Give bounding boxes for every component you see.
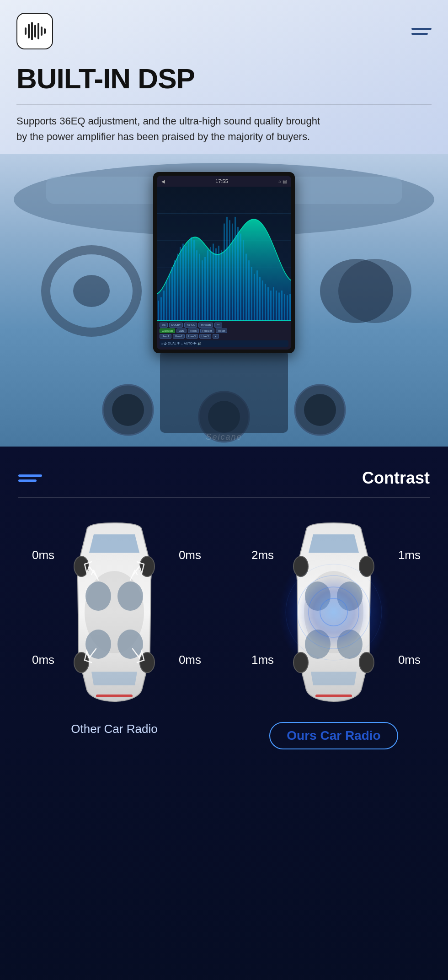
eq-classical: Classical bbox=[160, 328, 175, 333]
svg-rect-66 bbox=[273, 287, 274, 321]
svg-rect-3 bbox=[34, 25, 36, 38]
svg-rect-46 bbox=[218, 246, 219, 321]
svg-point-88 bbox=[337, 630, 363, 659]
svg-point-90 bbox=[359, 556, 374, 576]
eq-dolby: DOLBY bbox=[169, 323, 183, 328]
svg-rect-53 bbox=[237, 227, 239, 321]
other-car-label: Other Car Radio bbox=[71, 722, 157, 736]
hamburger-line-1 bbox=[411, 28, 432, 30]
menu-button[interactable] bbox=[411, 28, 432, 35]
car-background: ◀ 17:55 ⌂ ▤ bbox=[0, 154, 448, 447]
svg-rect-25 bbox=[160, 297, 162, 321]
contrast-header: Contrast bbox=[0, 447, 448, 497]
svg-rect-37 bbox=[193, 241, 195, 321]
svg-rect-44 bbox=[213, 244, 214, 321]
eq-plus: + bbox=[213, 334, 219, 339]
svg-point-81 bbox=[140, 652, 155, 673]
screen-time: 17:55 bbox=[215, 178, 228, 184]
svg-rect-1 bbox=[28, 24, 30, 38]
screen-topbar: ◀ 17:55 ⌂ ▤ bbox=[157, 176, 291, 187]
svg-point-87 bbox=[305, 630, 331, 659]
svg-rect-31 bbox=[177, 254, 178, 321]
eq-user1: User1 bbox=[160, 334, 171, 339]
svg-rect-26 bbox=[163, 291, 165, 321]
eq-jazz: Jazz bbox=[176, 328, 187, 333]
svg-rect-19 bbox=[160, 350, 288, 433]
svg-rect-68 bbox=[278, 293, 280, 321]
svg-point-91 bbox=[293, 652, 308, 673]
svg-point-12 bbox=[338, 259, 411, 323]
svg-rect-50 bbox=[229, 221, 230, 321]
svg-rect-6 bbox=[44, 28, 46, 34]
header bbox=[0, 0, 448, 59]
svg-rect-33 bbox=[182, 244, 184, 321]
svg-point-92 bbox=[359, 652, 374, 673]
other-car-compare: 0ms 0ms 0ms 0ms bbox=[37, 521, 192, 736]
svg-rect-36 bbox=[191, 237, 192, 321]
svg-point-18 bbox=[304, 394, 336, 426]
eq-through: Through bbox=[198, 323, 213, 328]
ours-car-top-view: 2ms 1ms 1ms 0ms bbox=[270, 521, 398, 704]
svg-rect-52 bbox=[235, 217, 236, 321]
ours-ms-top-left: 2ms bbox=[251, 548, 274, 562]
eq-wave-svg bbox=[157, 187, 291, 321]
other-ms-top-left: 0ms bbox=[32, 548, 54, 562]
svg-rect-27 bbox=[166, 280, 167, 321]
svg-rect-41 bbox=[204, 257, 206, 321]
svg-rect-43 bbox=[210, 247, 211, 321]
svg-point-75 bbox=[117, 582, 143, 611]
contrast-divider bbox=[18, 497, 430, 498]
svg-rect-60 bbox=[256, 271, 258, 321]
screen-inner: ◀ 17:55 ⌂ ▤ bbox=[157, 176, 291, 350]
svg-point-86 bbox=[337, 582, 363, 611]
svg-rect-63 bbox=[265, 284, 266, 321]
svg-point-76 bbox=[85, 630, 111, 659]
svg-point-89 bbox=[293, 556, 308, 576]
other-car-svg bbox=[50, 521, 178, 704]
svg-rect-29 bbox=[171, 267, 173, 321]
svg-rect-35 bbox=[188, 242, 189, 321]
ours-car-radio-button[interactable]: Ours Car Radio bbox=[269, 722, 398, 749]
svg-rect-5 bbox=[41, 27, 43, 36]
svg-rect-30 bbox=[174, 261, 176, 321]
svg-rect-39 bbox=[199, 254, 200, 321]
svg-rect-49 bbox=[226, 217, 228, 321]
eq-dts: dts bbox=[160, 323, 168, 328]
title-area: BUILT-IN DSP bbox=[0, 59, 448, 98]
other-car-top-view: 0ms 0ms 0ms 0ms bbox=[50, 521, 178, 704]
ours-ms-top-right: 1ms bbox=[398, 548, 421, 562]
svg-rect-42 bbox=[207, 251, 208, 321]
ours-car-compare: 2ms 1ms 1ms 0ms bbox=[256, 521, 411, 749]
svg-rect-0 bbox=[25, 27, 27, 35]
ours-car-svg bbox=[270, 521, 398, 704]
svg-rect-58 bbox=[251, 267, 252, 321]
subtitle-text: Supports 36EQ adjustment, and the ultra-… bbox=[0, 113, 338, 154]
watermark: Seicane bbox=[206, 432, 242, 442]
svg-rect-51 bbox=[232, 224, 233, 321]
svg-rect-32 bbox=[180, 247, 181, 321]
svg-point-85 bbox=[305, 582, 331, 611]
eq-reset: Reset bbox=[216, 328, 228, 333]
svg-rect-82 bbox=[96, 695, 133, 697]
svg-rect-67 bbox=[276, 291, 277, 321]
svg-rect-72 bbox=[289, 294, 291, 321]
screen-status-icons: ⌂ ▤ bbox=[278, 179, 287, 184]
svg-rect-34 bbox=[185, 246, 187, 321]
contrast-title: Contrast bbox=[362, 468, 430, 488]
eq-srs: SRS⊙ bbox=[184, 323, 197, 328]
sound-wave-logo-icon bbox=[23, 19, 47, 43]
svg-point-14 bbox=[112, 394, 144, 426]
svg-rect-54 bbox=[240, 234, 241, 321]
svg-rect-38 bbox=[196, 251, 197, 321]
car-screen-unit: ◀ 17:55 ⌂ ▤ bbox=[153, 172, 295, 353]
hamburger-line-2 bbox=[411, 33, 428, 35]
eq-user3: User3 bbox=[186, 334, 198, 339]
svg-rect-59 bbox=[254, 274, 255, 321]
svg-rect-61 bbox=[259, 277, 261, 321]
svg-rect-97 bbox=[315, 695, 352, 697]
other-ms-bottom-right: 0ms bbox=[179, 653, 201, 667]
bottom-section: Contrast 0ms 0ms 0ms 0ms bbox=[0, 447, 448, 980]
contrast-line-1 bbox=[18, 474, 42, 477]
svg-rect-40 bbox=[202, 261, 203, 321]
title-divider bbox=[16, 104, 432, 105]
